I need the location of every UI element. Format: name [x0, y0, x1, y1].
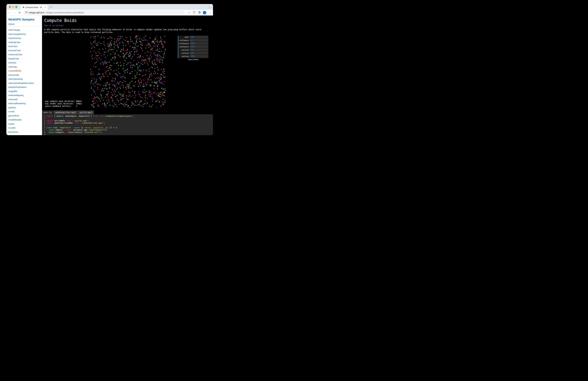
- sidebar-item-instancedCube[interactable]: instancedCube: [8, 52, 40, 57]
- gui-row-rule3Scale[interactable]: rule3Scale0.005: [178, 55, 209, 58]
- new-tab-button[interactable]: +: [49, 5, 53, 9]
- svg-marker-1600: [98, 51, 98, 52]
- browser-tab[interactable]: ◥ Compute Boids - WebGPU S… ×: [21, 5, 48, 10]
- profile-avatar-icon[interactable]: [203, 11, 206, 14]
- svg-marker-417: [152, 101, 153, 102]
- site-settings-icon[interactable]: [25, 11, 27, 14]
- gui-value-input[interactable]: 0.1: [190, 39, 208, 42]
- svg-marker-1034: [158, 94, 159, 95]
- forward-icon[interactable]: →: [13, 11, 16, 14]
- sidebar-item-videoUploadingWebCodecs[interactable]: videoUploadingWebCodecs: [8, 81, 40, 85]
- sidebar-item-samplerParameters[interactable]: samplerParameters: [8, 85, 40, 89]
- reload-icon[interactable]: ⟳: [18, 11, 21, 14]
- svg-marker-1663: [153, 88, 154, 90]
- gui-value-input[interactable]: 0.04: [190, 36, 208, 38]
- gui-row-rule2Distance[interactable]: rule2Distance0.025: [178, 42, 209, 45]
- sidebar-github-link[interactable]: Github: [8, 23, 40, 25]
- svg-marker-1027: [124, 105, 126, 107]
- code-tab-sprite-wgsl[interactable]: sprite.wgsl: [78, 111, 94, 114]
- gui-row-rule1Scale[interactable]: rule1Scale0.02: [178, 48, 209, 52]
- sidebar-item-videoUploading[interactable]: videoUploading: [8, 77, 40, 81]
- sidebar-item-resizeCanvas[interactable]: resizeCanvas: [8, 36, 40, 40]
- sidebar-item-renderBundles[interactable]: renderBundles: [8, 118, 40, 122]
- svg-marker-821: [97, 43, 98, 45]
- extensions-icon[interactable]: [192, 11, 195, 14]
- sidebar-item-helloTriangleMSAA[interactable]: helloTriangleMSAA: [8, 32, 40, 36]
- gui-value-input[interactable]: 0.005: [190, 55, 208, 58]
- sidebar-item-reversedZ[interactable]: reversedZ: [8, 97, 40, 102]
- sidebar-item-shadowMapping[interactable]: shadowMapping: [8, 93, 40, 97]
- gui-row-rule2Scale[interactable]: rule2Scale0.05: [178, 52, 209, 55]
- svg-marker-412: [134, 91, 135, 92]
- sidebar-item-computeBoids[interactable]: computeBoids: [8, 69, 40, 73]
- sidebar-item-cornell[interactable]: cornell: [8, 110, 40, 114]
- svg-marker-764: [145, 69, 146, 71]
- sidebar-item-deferredRendering[interactable]: deferredRendering: [8, 101, 40, 106]
- svg-marker-1220: [159, 51, 161, 52]
- svg-marker-1681: [137, 49, 138, 51]
- svg-marker-143: [123, 39, 125, 40]
- sidebar-item-cameras[interactable]: cameras: [8, 61, 40, 65]
- svg-marker-1582: [106, 67, 106, 68]
- gui-value-input[interactable]: 0.025: [190, 45, 208, 48]
- close-tab-icon[interactable]: ×: [45, 6, 46, 9]
- gui-row-rule1Distance[interactable]: rule1Distance0.1: [178, 39, 209, 42]
- address-bar[interactable]: webgpu.github.io/webgpu-samples/samples/…: [23, 10, 184, 15]
- gui-value-input[interactable]: 0.025: [190, 42, 208, 45]
- close-controls-button[interactable]: Close Controls: [178, 58, 209, 61]
- sidebar-item-gameOfLife[interactable]: gameOfLife: [8, 114, 40, 118]
- sidebar-item-bitonicSort[interactable]: bitonicSort: [8, 130, 40, 134]
- svg-marker-1558: [126, 57, 127, 58]
- sidebar-title: WebGPU Samples: [8, 18, 40, 21]
- tab-list-dropdown-icon[interactable]: ⌄: [208, 6, 211, 8]
- minimize-window-button[interactable]: [12, 6, 14, 8]
- code-tab-updateSprites-wgsl[interactable]: updateSprites.wgsl: [54, 111, 78, 114]
- svg-marker-1022: [137, 72, 138, 73]
- svg-marker-251: [143, 104, 144, 105]
- svg-marker-338: [119, 56, 121, 57]
- visualization-area: avg compute pass duration: 886µs avg ren…: [44, 36, 211, 109]
- svg-marker-582: [148, 43, 149, 44]
- gui-row-rule3Distance[interactable]: rule3Distance0.025: [178, 45, 209, 48]
- boids-canvas: [91, 36, 166, 108]
- back-icon[interactable]: ←: [8, 11, 11, 14]
- svg-marker-585: [116, 94, 118, 96]
- svg-marker-724: [105, 57, 106, 57]
- sidebar-item-cubemap[interactable]: cubemap: [8, 65, 40, 69]
- sidebar-item-helloTriangle[interactable]: helloTriangle: [8, 28, 40, 32]
- side-panel-icon[interactable]: [198, 11, 201, 14]
- close-window-button[interactable]: [9, 6, 11, 8]
- gui-row-deltaT[interactable]: deltaT0.04: [178, 36, 209, 39]
- svg-marker-1555: [140, 55, 141, 56]
- code-tab-main-ts[interactable]: main.ts: [42, 111, 53, 114]
- sidebar-item-twoCubes[interactable]: twoCubes: [8, 44, 40, 48]
- see-on-github-link[interactable]: See it on Github!: [44, 24, 211, 27]
- svg-marker-1405: [145, 83, 146, 84]
- svg-marker-976: [134, 93, 135, 94]
- sidebar-item-texturedCube[interactable]: texturedCube: [8, 48, 40, 53]
- gui-value-input[interactable]: 0.02: [190, 49, 208, 51]
- sidebar-item-fractalCube[interactable]: fractalCube: [8, 57, 40, 61]
- sidebar-item-rotatingCube[interactable]: rotatingCube: [8, 40, 40, 45]
- sidebar-item-A-buffer[interactable]: A-buffer: [8, 126, 40, 130]
- maximize-window-button[interactable]: [15, 6, 17, 8]
- sidebar-item-particles[interactable]: particles: [8, 106, 40, 110]
- svg-marker-286: [157, 84, 158, 85]
- content-area: WebGPU Samples Github helloTrianglehello…: [6, 16, 213, 135]
- sidebar-item-normalMap[interactable]: normalMap: [8, 134, 40, 135]
- svg-marker-151: [134, 76, 136, 77]
- sidebar-item-animometer[interactable]: animometer: [8, 73, 40, 77]
- svg-marker-1273: [135, 44, 136, 45]
- svg-marker-1514: [101, 79, 101, 80]
- svg-marker-1378: [96, 93, 96, 94]
- sidebar-item-imageBlur[interactable]: imageBlur: [8, 89, 40, 93]
- svg-marker-1066: [112, 84, 113, 85]
- svg-marker-1752: [146, 91, 147, 91]
- divider: [8, 26, 40, 27]
- gui-value-input[interactable]: 0.05: [190, 52, 208, 54]
- url-path: /webgpu-samples/samples/computeBoids: [46, 11, 84, 14]
- bookmark-star-icon[interactable]: ☆: [188, 11, 190, 14]
- menu-dots-icon[interactable]: ⋮: [209, 11, 211, 14]
- sidebar-item-worker[interactable]: worker: [8, 122, 40, 126]
- svg-marker-1723: [119, 86, 121, 88]
